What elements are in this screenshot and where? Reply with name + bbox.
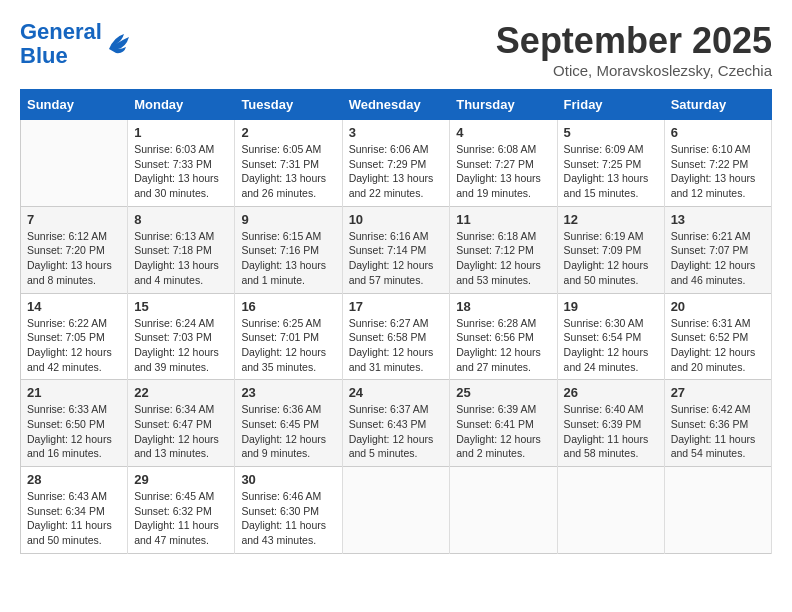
- daylight-text: Daylight: 13 hours and 4 minutes.: [134, 258, 228, 287]
- sunrise-text: Sunrise: 6:45 AM: [134, 489, 228, 504]
- day-info: Sunrise: 6:10 AMSunset: 7:22 PMDaylight:…: [671, 142, 765, 201]
- sunrise-text: Sunrise: 6:30 AM: [564, 316, 658, 331]
- sunrise-text: Sunrise: 6:24 AM: [134, 316, 228, 331]
- daylight-text: Daylight: 12 hours and 46 minutes.: [671, 258, 765, 287]
- sunrise-text: Sunrise: 6:10 AM: [671, 142, 765, 157]
- sunrise-text: Sunrise: 6:33 AM: [27, 402, 121, 417]
- calendar-cell: 20Sunrise: 6:31 AMSunset: 6:52 PMDayligh…: [664, 293, 771, 380]
- day-info: Sunrise: 6:39 AMSunset: 6:41 PMDaylight:…: [456, 402, 550, 461]
- calendar-cell: 3Sunrise: 6:06 AMSunset: 7:29 PMDaylight…: [342, 120, 450, 207]
- day-info: Sunrise: 6:05 AMSunset: 7:31 PMDaylight:…: [241, 142, 335, 201]
- sunrise-text: Sunrise: 6:12 AM: [27, 229, 121, 244]
- day-info: Sunrise: 6:25 AMSunset: 7:01 PMDaylight:…: [241, 316, 335, 375]
- daylight-text: Daylight: 12 hours and 39 minutes.: [134, 345, 228, 374]
- sunrise-text: Sunrise: 6:22 AM: [27, 316, 121, 331]
- calendar-cell: 27Sunrise: 6:42 AMSunset: 6:36 PMDayligh…: [664, 380, 771, 467]
- calendar-cell: 6Sunrise: 6:10 AMSunset: 7:22 PMDaylight…: [664, 120, 771, 207]
- daylight-text: Daylight: 13 hours and 1 minute.: [241, 258, 335, 287]
- sunset-text: Sunset: 7:16 PM: [241, 243, 335, 258]
- day-number: 25: [456, 385, 550, 400]
- sunrise-text: Sunrise: 6:05 AM: [241, 142, 335, 157]
- day-number: 24: [349, 385, 444, 400]
- calendar-week-row: 28Sunrise: 6:43 AMSunset: 6:34 PMDayligh…: [21, 467, 772, 554]
- sunset-text: Sunset: 6:30 PM: [241, 504, 335, 519]
- sunrise-text: Sunrise: 6:08 AM: [456, 142, 550, 157]
- calendar-cell: 23Sunrise: 6:36 AMSunset: 6:45 PMDayligh…: [235, 380, 342, 467]
- day-info: Sunrise: 6:28 AMSunset: 6:56 PMDaylight:…: [456, 316, 550, 375]
- daylight-text: Daylight: 12 hours and 42 minutes.: [27, 345, 121, 374]
- day-info: Sunrise: 6:37 AMSunset: 6:43 PMDaylight:…: [349, 402, 444, 461]
- day-info: Sunrise: 6:13 AMSunset: 7:18 PMDaylight:…: [134, 229, 228, 288]
- calendar-cell: [450, 467, 557, 554]
- daylight-text: Daylight: 13 hours and 26 minutes.: [241, 171, 335, 200]
- sunset-text: Sunset: 6:32 PM: [134, 504, 228, 519]
- daylight-text: Daylight: 12 hours and 57 minutes.: [349, 258, 444, 287]
- daylight-text: Daylight: 11 hours and 50 minutes.: [27, 518, 121, 547]
- day-number: 23: [241, 385, 335, 400]
- sunrise-text: Sunrise: 6:37 AM: [349, 402, 444, 417]
- day-info: Sunrise: 6:33 AMSunset: 6:50 PMDaylight:…: [27, 402, 121, 461]
- sunrise-text: Sunrise: 6:27 AM: [349, 316, 444, 331]
- daylight-text: Daylight: 13 hours and 22 minutes.: [349, 171, 444, 200]
- sunset-text: Sunset: 6:43 PM: [349, 417, 444, 432]
- sunrise-text: Sunrise: 6:16 AM: [349, 229, 444, 244]
- sunset-text: Sunset: 7:14 PM: [349, 243, 444, 258]
- calendar-cell: 13Sunrise: 6:21 AMSunset: 7:07 PMDayligh…: [664, 206, 771, 293]
- sunrise-text: Sunrise: 6:39 AM: [456, 402, 550, 417]
- day-info: Sunrise: 6:24 AMSunset: 7:03 PMDaylight:…: [134, 316, 228, 375]
- sunrise-text: Sunrise: 6:40 AM: [564, 402, 658, 417]
- day-number: 22: [134, 385, 228, 400]
- sunset-text: Sunset: 7:29 PM: [349, 157, 444, 172]
- sunset-text: Sunset: 6:56 PM: [456, 330, 550, 345]
- sunrise-text: Sunrise: 6:03 AM: [134, 142, 228, 157]
- day-info: Sunrise: 6:09 AMSunset: 7:25 PMDaylight:…: [564, 142, 658, 201]
- day-info: Sunrise: 6:16 AMSunset: 7:14 PMDaylight:…: [349, 229, 444, 288]
- calendar-table: SundayMondayTuesdayWednesdayThursdayFrid…: [20, 89, 772, 554]
- daylight-text: Daylight: 13 hours and 30 minutes.: [134, 171, 228, 200]
- day-info: Sunrise: 6:46 AMSunset: 6:30 PMDaylight:…: [241, 489, 335, 548]
- calendar-cell: [21, 120, 128, 207]
- sunrise-text: Sunrise: 6:28 AM: [456, 316, 550, 331]
- calendar-cell: [664, 467, 771, 554]
- day-info: Sunrise: 6:21 AMSunset: 7:07 PMDaylight:…: [671, 229, 765, 288]
- day-info: Sunrise: 6:03 AMSunset: 7:33 PMDaylight:…: [134, 142, 228, 201]
- daylight-text: Daylight: 13 hours and 15 minutes.: [564, 171, 658, 200]
- day-number: 14: [27, 299, 121, 314]
- calendar-week-row: 1Sunrise: 6:03 AMSunset: 7:33 PMDaylight…: [21, 120, 772, 207]
- calendar-cell: 16Sunrise: 6:25 AMSunset: 7:01 PMDayligh…: [235, 293, 342, 380]
- sunrise-text: Sunrise: 6:43 AM: [27, 489, 121, 504]
- daylight-text: Daylight: 12 hours and 31 minutes.: [349, 345, 444, 374]
- daylight-text: Daylight: 12 hours and 9 minutes.: [241, 432, 335, 461]
- day-info: Sunrise: 6:43 AMSunset: 6:34 PMDaylight:…: [27, 489, 121, 548]
- sunset-text: Sunset: 7:27 PM: [456, 157, 550, 172]
- month-title: September 2025: [496, 20, 772, 62]
- sunset-text: Sunset: 6:45 PM: [241, 417, 335, 432]
- day-of-week-header: Tuesday: [235, 90, 342, 120]
- daylight-text: Daylight: 12 hours and 53 minutes.: [456, 258, 550, 287]
- logo: General Blue: [20, 20, 134, 68]
- day-of-week-header: Wednesday: [342, 90, 450, 120]
- day-number: 29: [134, 472, 228, 487]
- daylight-text: Daylight: 12 hours and 16 minutes.: [27, 432, 121, 461]
- day-number: 7: [27, 212, 121, 227]
- logo-bird-icon: [104, 29, 134, 59]
- day-info: Sunrise: 6:42 AMSunset: 6:36 PMDaylight:…: [671, 402, 765, 461]
- sunrise-text: Sunrise: 6:42 AM: [671, 402, 765, 417]
- sunrise-text: Sunrise: 6:09 AM: [564, 142, 658, 157]
- calendar-cell: 11Sunrise: 6:18 AMSunset: 7:12 PMDayligh…: [450, 206, 557, 293]
- calendar-cell: 28Sunrise: 6:43 AMSunset: 6:34 PMDayligh…: [21, 467, 128, 554]
- sunset-text: Sunset: 6:39 PM: [564, 417, 658, 432]
- calendar-cell: 24Sunrise: 6:37 AMSunset: 6:43 PMDayligh…: [342, 380, 450, 467]
- sunrise-text: Sunrise: 6:13 AM: [134, 229, 228, 244]
- day-info: Sunrise: 6:27 AMSunset: 6:58 PMDaylight:…: [349, 316, 444, 375]
- sunrise-text: Sunrise: 6:36 AM: [241, 402, 335, 417]
- day-number: 11: [456, 212, 550, 227]
- day-number: 8: [134, 212, 228, 227]
- daylight-text: Daylight: 12 hours and 5 minutes.: [349, 432, 444, 461]
- calendar-week-row: 14Sunrise: 6:22 AMSunset: 7:05 PMDayligh…: [21, 293, 772, 380]
- calendar-cell: 18Sunrise: 6:28 AMSunset: 6:56 PMDayligh…: [450, 293, 557, 380]
- day-of-week-header: Sunday: [21, 90, 128, 120]
- location-subtitle: Otice, Moravskoslezsky, Czechia: [496, 62, 772, 79]
- daylight-text: Daylight: 11 hours and 43 minutes.: [241, 518, 335, 547]
- day-info: Sunrise: 6:06 AMSunset: 7:29 PMDaylight:…: [349, 142, 444, 201]
